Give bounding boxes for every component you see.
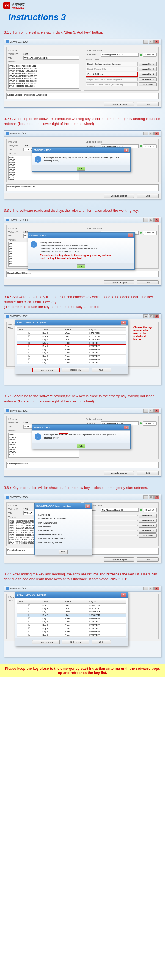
learn-new-key-button[interactable]: Learn new key (32, 640, 60, 644)
table-row[interactable]: ☐Key 7FreeFFFFFFFF (17, 627, 126, 630)
table-row[interactable]: ☐Key 1UsedF0B75614 (17, 607, 126, 610)
breakoff-button[interactable]: Break off (143, 144, 157, 148)
quit-button[interactable]: Quit (136, 557, 159, 562)
breakoff-button[interactable]: Break off (143, 231, 157, 235)
popup-close-button[interactable]: ✕ (121, 321, 126, 325)
table-row[interactable]: ☐Key 1UsedF0B75614 (17, 335, 126, 338)
maximize-button[interactable]: □ (149, 587, 154, 590)
maximize-button[interactable]: □ (149, 218, 154, 222)
ok-button[interactable]: OK (77, 167, 85, 171)
table-row[interactable]: ☐Key 0Used32A0F833 (17, 604, 126, 607)
col-select[interactable]: Select (17, 328, 41, 331)
step2-button[interactable]: Step 2:Update ECU (86, 67, 138, 71)
col-index[interactable]: Index (41, 600, 64, 604)
minimize-button[interactable]: — (143, 132, 148, 135)
table-row[interactable]: ☐Key 5FreeFFFFFFFF (17, 348, 126, 351)
table-row[interactable]: ☐Key 2UsedCC05AB25 (17, 610, 126, 614)
step3-button[interactable]: Step 3: Add key (86, 72, 138, 76)
step1-button[interactable]: Step 1: Backup (read) coding data (86, 62, 138, 66)
upgrade-adapter-button[interactable]: Upgrade adapter (104, 194, 134, 198)
col-index[interactable]: Index (41, 328, 64, 331)
popup-quit-button[interactable]: Quit (59, 550, 68, 554)
instruction2-button[interactable]: Instruction 2 (139, 67, 157, 71)
instruction1-button[interactable]: Instruction 1 (139, 514, 157, 518)
step2-button[interactable] (86, 520, 138, 521)
step4-button[interactable] (86, 530, 138, 531)
table-row[interactable]: ☐Key 0Used32A0F833 (17, 331, 126, 335)
step1-button[interactable] (86, 515, 138, 516)
delete-key-button[interactable]: Delete key (62, 640, 89, 644)
version-list[interactable]: HWEL - 00000780.006.004.011 HWAP - 0000D… (8, 64, 79, 89)
minimize-button[interactable]: — (143, 40, 148, 44)
col-select[interactable]: Select (17, 600, 41, 604)
table-row[interactable]: ☐Key 2UsedCC05AB25 (17, 338, 126, 341)
ok-button[interactable]: OK (77, 444, 85, 448)
minimize-button[interactable]: — (143, 218, 148, 222)
step5-button[interactable]: Special function: Delete (disable) key (86, 82, 138, 86)
quit-button[interactable]: Quit (136, 280, 159, 284)
minimize-button[interactable]: — (143, 314, 148, 318)
close-button[interactable]: ✕ (154, 587, 159, 590)
upgrade-adapter-button[interactable]: Upgrade adapter (104, 557, 134, 562)
table-row[interactable]: ☐Key 8FreeFFFFFFFF (17, 630, 126, 633)
instruction2-button[interactable]: Instruction 2 (139, 519, 157, 523)
col-keyid[interactable]: Key ID (88, 600, 126, 604)
step4-button[interactable]: Step 4: Recover (write) coding data (86, 77, 138, 81)
popup-close-button[interactable]: ✕ (128, 234, 133, 237)
table-row[interactable]: ☐Key 9FreeFFFFFFFF (17, 361, 126, 364)
table-row[interactable]: ☐Key 5FreeFFFFFFFF (17, 620, 126, 624)
col-keyid[interactable]: Key ID (88, 328, 126, 331)
table-row[interactable]: ☐Key 4FreeFFFFFFFF (17, 345, 126, 348)
close-button[interactable]: ✕ (154, 218, 159, 222)
table-row[interactable]: ☐Key 9FreeFFFFFFFF (17, 633, 126, 637)
step3-button[interactable] (86, 525, 138, 527)
instruction3-button[interactable]: Instruction 3 (139, 72, 157, 76)
col-status[interactable]: Status (64, 328, 88, 331)
maximize-button[interactable]: □ (149, 40, 154, 44)
quit-button[interactable]: Quit (136, 194, 159, 198)
table-row[interactable]: ☑Key 3FreeFFFFFFFF (17, 341, 126, 345)
comport-select[interactable]: NanNingYanHua USB (101, 508, 139, 512)
quit-button[interactable]: Quit (136, 471, 159, 475)
upgrade-adapter-button[interactable]: Upgrade adapter (104, 471, 134, 475)
popup-close-button[interactable]: ✕ (85, 504, 90, 508)
step5-button[interactable] (86, 535, 138, 536)
close-button[interactable]: ✕ (154, 409, 159, 413)
popup-quit-button[interactable]: Quit (92, 368, 111, 372)
instruction4-button[interactable]: Instruction 4 (139, 77, 157, 81)
maximize-button[interactable]: □ (149, 132, 154, 135)
close-button[interactable]: ✕ (154, 132, 159, 135)
popup-close-button[interactable]: ✕ (124, 426, 129, 430)
minimize-button[interactable]: — (143, 495, 148, 499)
instruction4-button[interactable]: Instruction 4 (139, 528, 157, 533)
maximize-button[interactable]: □ (149, 495, 154, 499)
table-row[interactable]: ☐Key 8FreeFFFFFFFF (17, 358, 126, 361)
table-row[interactable]: ☐Key 7FreeFFFFFFFF (17, 355, 126, 358)
delete-key-button[interactable]: Delete key (62, 368, 89, 372)
upgrade-adapter-button[interactable]: Upgrade adapter (104, 102, 134, 106)
maximize-button[interactable]: □ (149, 314, 154, 318)
minimize-button[interactable]: — (143, 409, 148, 413)
close-button[interactable]: ✕ (154, 314, 159, 318)
instruction5-button[interactable]: Instruction (139, 82, 157, 86)
table-row[interactable]: ☐Key 6FreeFFFFFFFF (17, 351, 126, 355)
maximize-button[interactable]: □ (149, 409, 154, 413)
instruction1-button[interactable]: Instruction 1 (139, 62, 157, 66)
learn-new-key-button[interactable]: Learn new key (32, 368, 60, 372)
close-button[interactable]: ✕ (154, 40, 159, 44)
breakoff-button[interactable]: Break off (143, 422, 157, 426)
close-button[interactable]: ✕ (154, 495, 159, 499)
upgrade-adapter-button[interactable]: Upgrade adapter (104, 280, 134, 284)
popup-quit-button[interactable]: Quit (92, 640, 111, 644)
popup-close-button[interactable]: ✕ (121, 593, 126, 597)
breakoff-button[interactable]: Break off (143, 52, 157, 57)
col-status[interactable]: Status (64, 600, 88, 604)
minimize-button[interactable]: — (143, 587, 148, 590)
instruction5-button[interactable]: Instruction (139, 533, 157, 538)
quit-button[interactable]: Quit (136, 102, 159, 106)
popup-close-button[interactable]: ✕ (124, 148, 129, 152)
instruction3-button[interactable]: Instruction 3 (139, 523, 157, 528)
table-row[interactable]: ☐Key 6FreeFFFFFFFF (17, 624, 126, 627)
table-row[interactable]: ☐Key 4FreeFFFFFFFF (17, 617, 126, 620)
ok-button[interactable]: OK (77, 264, 85, 269)
